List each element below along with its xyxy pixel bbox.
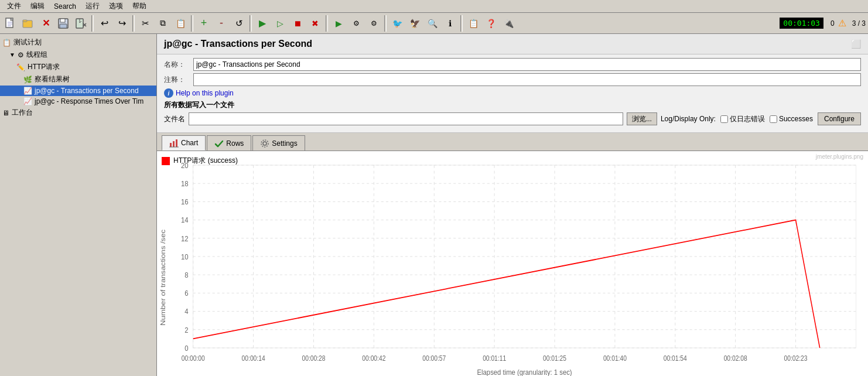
svg-text:00:00:42: 00:00:42 <box>362 354 385 362</box>
configure-button[interactable]: Configure <box>818 112 861 125</box>
file-row: 文件名 浏览... Log/Display Only: 仅日志错误 Succes… <box>164 112 861 125</box>
tab-rows[interactable]: Rows <box>207 135 251 151</box>
svg-text:Number of transactions /sec: Number of transactions /sec <box>159 230 167 326</box>
copy-button[interactable]: ⧉ <box>155 15 171 32</box>
run-remote-button[interactable]: ▷ <box>272 15 288 32</box>
remove-button[interactable]: - <box>213 15 230 32</box>
svg-text:16: 16 <box>181 197 189 206</box>
file-options: Log/Display Only: 仅日志错误 Successes Config… <box>661 112 861 125</box>
warning-icon: ⚠ <box>838 18 846 29</box>
svg-point-13 <box>261 140 268 147</box>
svg-text:8: 8 <box>184 271 188 279</box>
svg-text:00:02:08: 00:02:08 <box>724 354 747 362</box>
menu-file[interactable]: 文件 <box>2 0 26 12</box>
remote-run-button[interactable]: ▶ <box>330 15 347 32</box>
redo-button[interactable]: ↪ <box>114 15 130 32</box>
errors-only-label: 仅日志错误 <box>730 114 765 124</box>
help-text: Help on this plugin <box>176 89 234 97</box>
list-button[interactable]: 📋 <box>465 15 481 32</box>
form-area: 名称： 注释： i Help on this plugin 所有数据写入一个文件… <box>157 54 868 133</box>
save-button[interactable] <box>55 15 71 32</box>
svg-rect-9 <box>173 141 175 147</box>
name-label: 名称： <box>164 60 193 70</box>
http-icon: ✏️ <box>16 63 25 71</box>
maximize-button[interactable]: ⬜ <box>851 39 861 49</box>
cut-button[interactable]: ✂ <box>137 15 153 32</box>
menu-search[interactable]: Search <box>49 1 81 12</box>
successes-checkbox[interactable] <box>770 115 777 123</box>
successes-label: Successes <box>779 115 813 123</box>
svg-rect-14 <box>193 165 856 348</box>
svg-text:00:01:40: 00:01:40 <box>603 354 627 362</box>
tab-chart[interactable]: Chart <box>162 135 206 151</box>
remote3-button[interactable]: ⚙ <box>365 15 382 32</box>
svg-text:0: 0 <box>184 344 188 353</box>
open-button[interactable] <box>20 15 36 32</box>
successes-checkbox-label[interactable]: Successes <box>770 115 813 123</box>
errors-only-checkbox[interactable] <box>720 115 728 123</box>
menu-run[interactable]: 运行 <box>81 0 104 12</box>
plugin-button[interactable]: 🔌 <box>500 15 517 32</box>
name-row: 名称： <box>164 58 861 71</box>
help-link[interactable]: i Help on this plugin <box>164 88 861 98</box>
svg-text:00:01:25: 00:01:25 <box>543 354 566 362</box>
sidebar-item-results-tree[interactable]: 🌿 察看结果树 <box>0 73 156 86</box>
sidebar-item-testplan[interactable]: 📋 测试计划 <box>0 36 156 49</box>
sidebar: 📋 测试计划 ▼ ⚙ 线程组 ✏️ HTTP请求 🌿 察看结果树 📈 jp@gc… <box>0 34 157 376</box>
sidebar-item-rto[interactable]: 📈 jp@gc - Response Times Over Tim <box>0 96 156 107</box>
svg-text:2: 2 <box>184 326 188 334</box>
sep1 <box>91 15 94 32</box>
undo-button[interactable]: ↩ <box>96 15 112 32</box>
tps-icon: 📈 <box>23 87 32 95</box>
shutdown-button[interactable]: ✖ <box>307 15 323 32</box>
menu-options[interactable]: 选项 <box>104 0 128 12</box>
results-tree-icon: 🌿 <box>23 76 32 84</box>
sidebar-item-workbench[interactable]: 🖥 工作台 <box>0 107 156 119</box>
svg-rect-10 <box>176 139 177 147</box>
file-input[interactable] <box>189 112 623 125</box>
close-button[interactable]: ✕ <box>37 15 54 32</box>
tab-settings[interactable]: Settings <box>252 135 305 151</box>
chart-tab-icon <box>169 138 179 148</box>
add-button[interactable]: + <box>196 15 212 32</box>
name-input[interactable] <box>193 58 861 71</box>
new-button[interactable] <box>2 15 19 32</box>
svg-text:6: 6 <box>184 289 188 298</box>
svg-text:10: 10 <box>181 252 189 261</box>
sidebar-item-tps[interactable]: 📈 jp@gc - Transactions per Second <box>0 86 156 96</box>
svg-rect-6 <box>60 24 67 28</box>
sidebar-item-http[interactable]: ✏️ HTTP请求 <box>0 61 156 73</box>
sidebar-label-threadgroup: 线程组 <box>26 50 47 60</box>
rows-tab-icon <box>214 139 224 148</box>
remote2-button[interactable]: ⚙ <box>348 15 364 32</box>
menu-help[interactable]: 帮助 <box>128 0 151 12</box>
threadgroup-icon: ⚙ <box>18 51 24 59</box>
question-button[interactable]: ❓ <box>483 15 499 32</box>
info-btn[interactable]: ℹ <box>442 15 458 32</box>
sidebar-label-rto: jp@gc - Response Times Over Tim <box>35 97 143 105</box>
tab-bar: Chart Rows Settings <box>157 133 868 151</box>
menu-edit[interactable]: 编辑 <box>26 0 49 12</box>
browse-button[interactable]: 浏览... <box>627 112 657 125</box>
svg-text:12: 12 <box>181 234 189 243</box>
paste-button[interactable]: 📋 <box>172 15 189 32</box>
save-as-button[interactable] <box>73 15 89 32</box>
reset-button[interactable]: ↺ <box>231 15 247 32</box>
svg-text:00:01:54: 00:01:54 <box>664 354 687 362</box>
svg-text:Elapsed time (granularity: 1 s: Elapsed time (granularity: 1 sec) <box>477 368 572 376</box>
comment-input[interactable] <box>193 73 861 86</box>
tab-rows-label: Rows <box>226 139 244 148</box>
bird2-button[interactable]: 🦅 <box>406 15 423 32</box>
section-title: 所有数据写入一个文件 <box>164 100 861 110</box>
testplan-icon: 📋 <box>2 39 11 47</box>
search-button[interactable]: 🔍 <box>424 15 440 32</box>
run-button[interactable]: ▶ <box>254 15 271 32</box>
bird1-button[interactable]: 🐦 <box>389 15 405 32</box>
sidebar-item-threadgroup[interactable]: ▼ ⚙ 线程组 <box>0 49 156 61</box>
errors-only-checkbox-label[interactable]: 仅日志错误 <box>720 114 765 124</box>
svg-text:20: 20 <box>181 161 189 170</box>
comment-label: 注释： <box>164 75 193 85</box>
stop-button[interactable]: ⏹ <box>289 15 306 32</box>
rto-icon: 📈 <box>23 97 32 105</box>
sidebar-label-testplan: 测试计划 <box>13 37 42 47</box>
